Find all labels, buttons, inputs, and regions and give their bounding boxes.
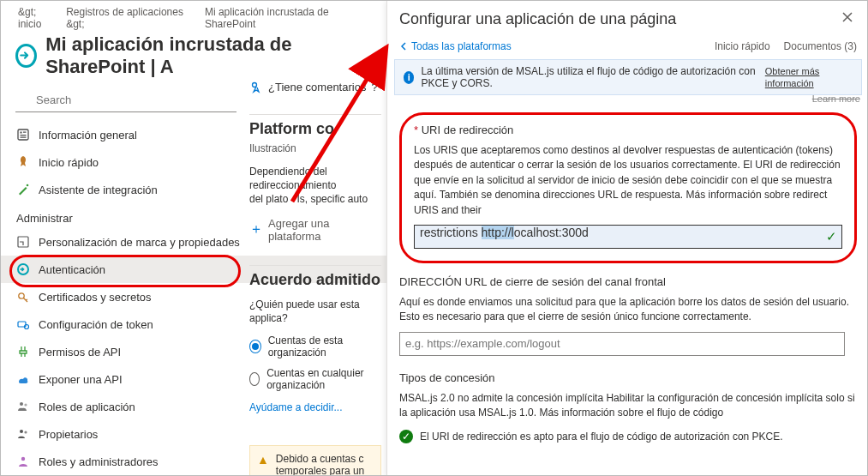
nav-label: Permisos de API xyxy=(39,346,121,359)
svg-point-5 xyxy=(27,184,29,187)
uri-label: URI de redirección xyxy=(414,124,842,140)
breadcrumb-appreg[interactable]: Registros de aplicaciones &gt; xyxy=(66,6,200,30)
radio-this-org[interactable]: Cuentas de esta organización xyxy=(249,330,381,363)
expose-api-icon xyxy=(16,372,30,386)
svg-point-11 xyxy=(20,402,23,406)
svg-point-13 xyxy=(20,430,23,433)
page-title: Mi aplicación incrustada de SharePoint |… xyxy=(45,33,376,78)
info-banner: i La última versión de MSAL.js utiliza e… xyxy=(394,59,862,95)
help-decide-link[interactable]: Ayúdame a decidir... xyxy=(249,395,381,419)
branding-icon xyxy=(16,235,30,249)
feedback-icon xyxy=(249,80,263,93)
logout-desc: Aquí es donde enviamos una solicitud par… xyxy=(399,292,857,332)
flyout-header: Configurar una aplicación de una página xyxy=(387,1,868,33)
certificate-icon xyxy=(16,290,30,304)
annotation-highlight-uri: URI de redirección Los URIS que aceptare… xyxy=(399,112,857,263)
info-icon: i xyxy=(404,71,414,84)
svg-point-12 xyxy=(24,403,27,406)
nav-label: Información general xyxy=(39,129,137,142)
agreement-who: ¿Quién puede usar esta applica? xyxy=(249,292,381,330)
radio-icon xyxy=(249,340,261,353)
app-icon xyxy=(15,44,37,68)
logout-url-input[interactable] xyxy=(399,332,845,356)
owners-icon xyxy=(16,427,30,441)
info-more-link[interactable]: Obtener más información xyxy=(765,65,853,89)
add-platform-label: Agregar una plataforma xyxy=(268,217,381,243)
nav-label: Roles de aplicación xyxy=(39,401,135,413)
token-icon xyxy=(16,317,30,331)
nav-label: Asistente de integración xyxy=(39,184,158,196)
close-button[interactable] xyxy=(838,8,857,30)
breadcrumb: &gt; inicio Registros de aplicaciones &g… xyxy=(1,1,386,32)
close-icon xyxy=(841,11,853,23)
platform-title: Platform co Ilustración xyxy=(249,114,381,160)
svg-rect-1 xyxy=(21,132,22,134)
radio-label: Cuentas en cualquier organización xyxy=(266,367,381,391)
roles-admins-icon xyxy=(16,455,30,468)
nav-label: Certificados y secretos xyxy=(39,291,152,304)
logout-label: DIRECCIÓN URL de cierre de sesión del ca… xyxy=(399,263,857,292)
breadcrumb-home[interactable]: &gt; inicio xyxy=(18,6,61,30)
docs-link[interactable]: Documentos (3) xyxy=(784,40,857,52)
redirect-uri-input[interactable]: restrictions http://localhost:300d xyxy=(414,225,842,249)
flyout-subheader: Todas las plataformas Inicio rápido Docu… xyxy=(387,33,868,57)
uri-desc: Los URIS que aceptaremos como destinos a… xyxy=(414,140,842,225)
wand-icon xyxy=(16,183,30,196)
overview-icon xyxy=(16,128,30,142)
svg-rect-3 xyxy=(21,135,27,136)
svg-rect-4 xyxy=(21,137,27,138)
nav-label: Configuración de token xyxy=(39,318,153,331)
info-text: La última versión de MSAL.js utiliza el … xyxy=(421,65,757,89)
nav-label: Inicio rápido xyxy=(39,156,99,169)
flyout-body: URI de redirección Los URIS que aceptare… xyxy=(387,104,868,450)
auth-icon xyxy=(16,262,30,276)
check-icon: ✓ xyxy=(826,229,837,244)
add-platform-button[interactable]: ＋ Agregar una plataforma xyxy=(249,212,381,243)
rocket-icon xyxy=(16,155,30,169)
feedback-link[interactable]: ¿Tiene comentarios? xyxy=(249,73,381,109)
radio-icon xyxy=(249,372,260,386)
nav-label: Autenticación xyxy=(39,263,105,276)
middle-column: ¿Tiene comentarios? Platform co Ilustrac… xyxy=(249,73,386,476)
quickstart-link[interactable]: Inicio rápido xyxy=(715,40,770,52)
svg-rect-2 xyxy=(23,132,27,133)
nav-label: Roles y administradores xyxy=(39,455,158,468)
chevron-left-icon xyxy=(399,42,408,51)
grant-desc: MSAL.js 2.0 no admite la concesión implí… xyxy=(399,388,857,421)
flyout-title: Configurar una aplicación de una página xyxy=(399,10,676,28)
agreement-title: Acuerdo admitido xyxy=(249,265,381,292)
grant-label: Tipos de concesión xyxy=(399,356,857,388)
search-input[interactable] xyxy=(15,88,236,112)
api-permissions-icon xyxy=(16,345,30,359)
plus-icon: ＋ xyxy=(249,220,263,238)
warning-text: Debido a cuentas c temporales para un ed… xyxy=(276,453,374,476)
radio-label: Cuentas de esta organización xyxy=(268,334,381,359)
svg-point-15 xyxy=(21,457,25,461)
uri-input-wrap: restrictions http://localhost:300d ✓ xyxy=(414,225,842,249)
back-label: Todas las plataformas xyxy=(411,40,512,52)
info-learn-more[interactable]: Learn more xyxy=(387,93,868,104)
warning-icon: ▲ xyxy=(257,453,269,476)
success-row: ✓ El URI de redirección es apto para el … xyxy=(399,421,857,443)
breadcrumb-current: Mi aplicación incrustada de SharePoint xyxy=(205,6,376,30)
radio-any-org[interactable]: Cuentas en cualquier organización xyxy=(249,363,381,395)
svg-point-16 xyxy=(253,83,257,87)
nav-label: Exponer una API xyxy=(39,373,123,386)
nav-label: Propietarios xyxy=(39,428,98,441)
nav-label: Personalización de marca y propiedades xyxy=(39,236,240,249)
success-text: El URI de redirección es apto para el fl… xyxy=(420,431,783,443)
svg-point-14 xyxy=(24,431,27,433)
warning-banner: ▲ Debido a cuentas c temporales para un … xyxy=(249,445,381,476)
platform-desc: Dependiendo del redireccionamiento del p… xyxy=(249,160,381,212)
feedback-label: ¿Tiene comentarios xyxy=(268,81,366,93)
app-roles-icon xyxy=(16,400,30,413)
flyout-panel: Configurar una aplicación de una página … xyxy=(386,1,868,476)
success-icon: ✓ xyxy=(399,430,413,443)
back-all-platforms[interactable]: Todas las plataformas xyxy=(399,40,512,52)
